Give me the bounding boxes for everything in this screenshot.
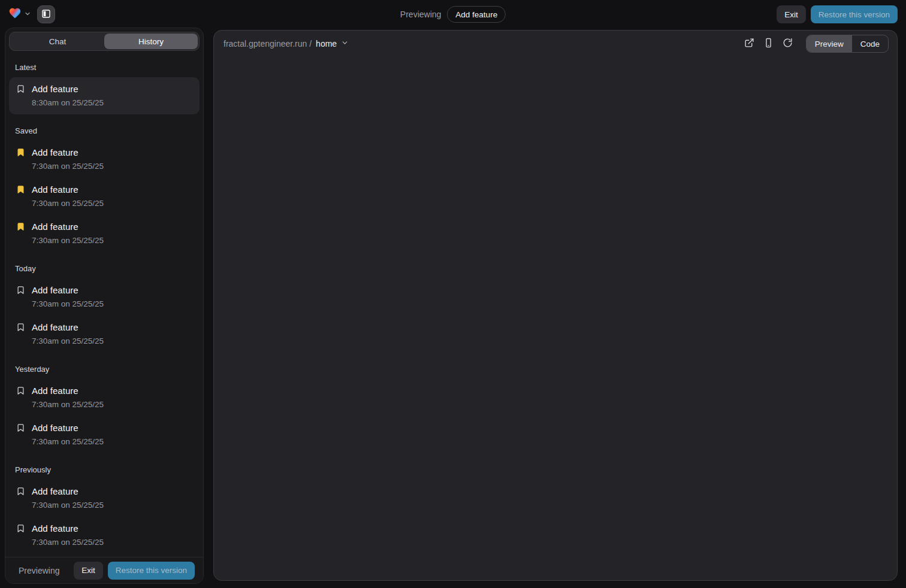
tab-chat[interactable]: Chat <box>11 34 104 49</box>
mobile-view-button[interactable] <box>760 35 777 52</box>
version-item-text: Add feature 7:30am on 25/25/25 <box>32 385 104 410</box>
section-title: Saved <box>15 126 194 136</box>
topbar-center: Previewing Add feature <box>400 6 506 23</box>
bookmark-filled-icon <box>16 148 25 157</box>
preview-header-actions: Preview Code <box>741 35 889 53</box>
version-item-text: Add feature 7:30am on 25/25/25 <box>32 486 104 511</box>
bookmark-outline-icon <box>16 386 25 395</box>
version-item[interactable]: Add feature 7:30am on 25/25/25 <box>9 215 200 252</box>
open-in-new-tab-icon <box>744 38 754 50</box>
section-title: Latest <box>15 63 194 72</box>
previewing-status: Previewing <box>400 10 441 19</box>
app-logo-menu[interactable] <box>8 7 31 22</box>
refresh-icon <box>783 38 793 50</box>
version-item[interactable]: Add feature 7:30am on 25/25/25 <box>9 480 200 517</box>
version-timestamp: 7:30am on 25/25/25 <box>32 537 104 548</box>
url-current-page: home <box>316 39 337 49</box>
version-title: Add feature <box>32 284 104 296</box>
version-timestamp: 7:30am on 25/25/25 <box>32 399 104 410</box>
sidebar-footer: Previewing Exit Restore this version <box>5 557 203 583</box>
version-timestamp: 7:30am on 25/25/25 <box>32 299 104 310</box>
preview-panel: fractal.gptengineer.run / home <box>213 30 898 581</box>
version-title: Add feature <box>32 322 104 334</box>
version-item-text: Add feature 7:30am on 25/25/25 <box>32 523 104 548</box>
version-item-text: Add feature 7:30am on 25/25/25 <box>32 284 104 310</box>
version-timestamp: 8:30am on 25/25/25 <box>32 98 104 108</box>
version-item-text: Add feature 7:30am on 25/25/25 <box>32 184 104 209</box>
version-item[interactable]: Add feature 8:30am on 25/25/25 <box>9 77 200 114</box>
bookmark-outline-icon <box>16 84 25 93</box>
version-timestamp: 7:30am on 25/25/25 <box>32 437 104 447</box>
version-item-text: Add feature 7:30am on 25/25/25 <box>32 422 104 447</box>
version-item[interactable]: Add feature 7:30am on 25/25/25 <box>9 141 200 178</box>
version-timestamp: 7:30am on 25/25/25 <box>32 336 104 347</box>
chevron-down-icon <box>24 9 31 20</box>
lovable-heart-logo-icon <box>8 7 22 22</box>
view-toggle: Preview Code <box>806 35 889 53</box>
version-title: Add feature <box>32 147 104 159</box>
preview-panel-header: fractal.gptengineer.run / home <box>214 31 897 57</box>
bookmark-outline-icon <box>16 323 25 332</box>
history-section: Previously Add feature 7:30am on 25/25/2… <box>9 465 200 554</box>
preview-viewport[interactable] <box>214 57 897 580</box>
chevron-down-icon <box>341 39 349 49</box>
topbar-right: Exit Restore this version <box>777 5 898 23</box>
topbar: Previewing Add feature Exit Restore this… <box>0 0 906 29</box>
history-section: Today Add feature 7:30am on 25/25/25 Add… <box>9 264 200 353</box>
section-items: Add feature 7:30am on 25/25/25 Add featu… <box>9 379 200 453</box>
footer-exit-button[interactable]: Exit <box>74 562 103 580</box>
history-section: Yesterday Add feature 7:30am on 25/25/25… <box>9 365 200 453</box>
version-item-text: Add feature 7:30am on 25/25/25 <box>32 221 104 246</box>
url-prefix: fractal.gptengineer.run / <box>224 39 312 49</box>
version-timestamp: 7:30am on 25/25/25 <box>32 198 104 209</box>
section-items: Add feature 8:30am on 25/25/25 <box>9 77 200 114</box>
sidebar: Chat History Latest Add feature 8:30am o… <box>5 28 204 584</box>
history-section: Latest Add feature 8:30am on 25/25/25 <box>9 63 200 114</box>
version-item-text: Add feature 8:30am on 25/25/25 <box>32 83 104 108</box>
exit-button[interactable]: Exit <box>777 5 806 23</box>
mobile-view-icon <box>763 38 774 50</box>
version-timestamp: 7:30am on 25/25/25 <box>32 235 104 246</box>
bookmark-outline-icon <box>16 524 25 533</box>
toggle-code[interactable]: Code <box>852 35 888 52</box>
version-item[interactable]: Add feature 7:30am on 25/25/25 <box>9 278 200 316</box>
open-in-new-tab-button[interactable] <box>741 35 758 52</box>
version-title: Add feature <box>32 422 104 434</box>
version-item-text: Add feature 7:30am on 25/25/25 <box>32 147 104 172</box>
history-list[interactable]: Latest Add feature 8:30am on 25/25/25 Sa… <box>9 56 200 556</box>
version-timestamp: 7:30am on 25/25/25 <box>32 500 104 511</box>
version-item[interactable]: Add feature 7:30am on 25/25/25 <box>9 416 200 453</box>
url-breadcrumb[interactable]: fractal.gptengineer.run / home <box>224 39 349 49</box>
bookmark-outline-icon <box>16 423 25 432</box>
version-item[interactable]: Add feature 7:30am on 25/25/25 <box>9 316 200 353</box>
version-title: Add feature <box>32 83 104 95</box>
topbar-left <box>8 5 55 23</box>
panel-left-icon <box>41 9 51 20</box>
version-item[interactable]: Add feature 7:30am on 25/25/25 <box>9 178 200 215</box>
version-title: Add feature <box>32 523 104 535</box>
version-item-text: Add feature 7:30am on 25/25/25 <box>32 322 104 347</box>
tab-history[interactable]: History <box>104 34 198 49</box>
section-items: Add feature 7:30am on 25/25/25 Add featu… <box>9 480 200 554</box>
version-timestamp: 7:30am on 25/25/25 <box>32 161 104 172</box>
footer-restore-version-button[interactable]: Restore this version <box>108 562 195 580</box>
version-item[interactable]: Add feature 7:30am on 25/25/25 <box>9 379 200 416</box>
chat-history-switcher: Chat History <box>9 32 200 51</box>
version-title: Add feature <box>32 221 104 233</box>
version-title: Add feature <box>32 486 104 498</box>
bookmark-outline-icon <box>16 487 25 496</box>
bookmark-filled-icon <box>16 185 25 194</box>
bookmark-filled-icon <box>16 222 25 231</box>
history-section: Saved Add feature 7:30am on 25/25/25 Add… <box>9 126 200 252</box>
version-title: Add feature <box>32 184 104 196</box>
restore-version-button[interactable]: Restore this version <box>811 5 898 23</box>
version-badge[interactable]: Add feature <box>447 6 506 23</box>
refresh-button[interactable] <box>780 35 796 52</box>
section-title: Previously <box>15 465 194 475</box>
section-title: Yesterday <box>15 365 194 374</box>
toggle-preview[interactable]: Preview <box>807 35 852 52</box>
version-item[interactable]: Add feature 7:30am on 25/25/25 <box>9 517 200 554</box>
sidebar-toggle-button[interactable] <box>37 5 55 23</box>
bookmark-outline-icon <box>16 286 25 295</box>
version-title: Add feature <box>32 385 104 397</box>
